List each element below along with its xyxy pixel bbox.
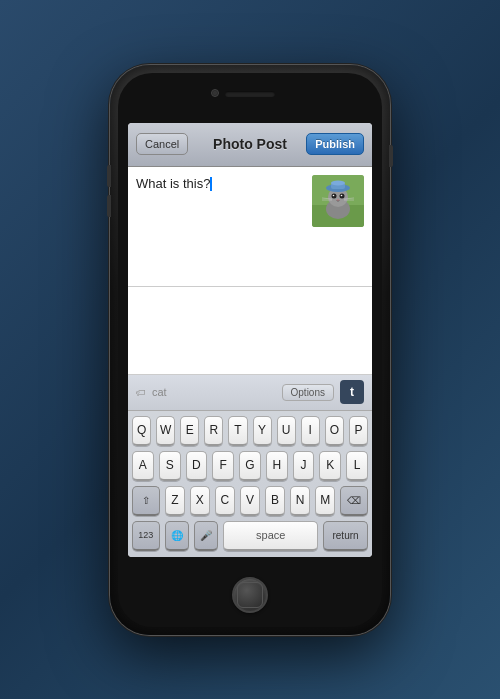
- key-u[interactable]: U: [277, 416, 296, 446]
- svg-point-11: [341, 194, 343, 196]
- post-text-input[interactable]: What is this?: [136, 175, 304, 278]
- key-i[interactable]: I: [301, 416, 320, 446]
- nav-title: Photo Post: [213, 136, 287, 152]
- key-d[interactable]: D: [186, 451, 208, 481]
- key-c[interactable]: C: [215, 486, 235, 516]
- key-f[interactable]: F: [212, 451, 234, 481]
- phone-inner: Cancel Photo Post Publish What is this?: [118, 73, 382, 627]
- key-w[interactable]: W: [156, 416, 175, 446]
- shift-key[interactable]: ⇧: [132, 486, 160, 516]
- post-content-area[interactable]: What is this?: [128, 167, 372, 287]
- key-r[interactable]: R: [204, 416, 223, 446]
- key-j[interactable]: J: [293, 451, 315, 481]
- globe-key[interactable]: 🌐: [165, 521, 189, 551]
- key-g[interactable]: G: [239, 451, 261, 481]
- phone-device: Cancel Photo Post Publish What is this?: [110, 65, 390, 635]
- tumblr-icon[interactable]: t: [340, 380, 364, 404]
- speaker-grille: [225, 91, 275, 97]
- key-p[interactable]: P: [349, 416, 368, 446]
- navigation-bar: Cancel Photo Post Publish: [128, 123, 372, 167]
- volume-down-button[interactable]: [107, 195, 111, 217]
- svg-point-10: [333, 194, 335, 196]
- key-e[interactable]: E: [180, 416, 199, 446]
- key-k[interactable]: K: [319, 451, 341, 481]
- return-key[interactable]: return: [323, 521, 368, 551]
- keyboard: Q W E R T Y U I O P A S: [128, 411, 372, 557]
- post-text: What is this?: [136, 176, 210, 191]
- photo-thumbnail[interactable]: [312, 175, 364, 227]
- numbers-key[interactable]: 123: [132, 521, 160, 551]
- key-q[interactable]: Q: [132, 416, 151, 446]
- key-s[interactable]: S: [159, 451, 181, 481]
- keyboard-bottom-row: 123 🌐 🎤 space return: [128, 516, 372, 557]
- svg-point-19: [331, 180, 345, 185]
- key-t[interactable]: T: [228, 416, 247, 446]
- home-button[interactable]: [232, 577, 268, 613]
- text-cursor: [210, 177, 212, 191]
- key-o[interactable]: O: [325, 416, 344, 446]
- publish-button[interactable]: Publish: [306, 133, 364, 155]
- key-l[interactable]: L: [346, 451, 368, 481]
- tumblr-logo: t: [350, 385, 354, 399]
- key-a[interactable]: A: [132, 451, 154, 481]
- keyboard-row-1: Q W E R T Y U I O P: [128, 411, 372, 446]
- key-n[interactable]: N: [290, 486, 310, 516]
- microphone-key[interactable]: 🎤: [194, 521, 218, 551]
- camera-icon: [211, 89, 219, 97]
- keyboard-row-2: A S D F G H J K L: [128, 446, 372, 481]
- power-button[interactable]: [389, 145, 393, 167]
- key-y[interactable]: Y: [253, 416, 272, 446]
- home-button-inner: [237, 582, 263, 608]
- cancel-button[interactable]: Cancel: [136, 133, 188, 155]
- empty-content-space[interactable]: [128, 287, 372, 375]
- key-v[interactable]: V: [240, 486, 260, 516]
- tag-icon: 🏷: [136, 387, 146, 398]
- key-m[interactable]: M: [315, 486, 335, 516]
- phone-screen: Cancel Photo Post Publish What is this?: [128, 123, 372, 557]
- key-z[interactable]: Z: [165, 486, 185, 516]
- space-key[interactable]: space: [223, 521, 318, 551]
- key-h[interactable]: H: [266, 451, 288, 481]
- tag-bar: 🏷 cat Options t: [128, 375, 372, 411]
- key-x[interactable]: X: [190, 486, 210, 516]
- options-button[interactable]: Options: [282, 384, 334, 401]
- keyboard-row-3: ⇧ Z X C V B N M ⌫: [128, 481, 372, 516]
- key-b[interactable]: B: [265, 486, 285, 516]
- tag-label: cat: [152, 386, 276, 398]
- volume-up-button[interactable]: [107, 165, 111, 187]
- delete-key[interactable]: ⌫: [340, 486, 368, 516]
